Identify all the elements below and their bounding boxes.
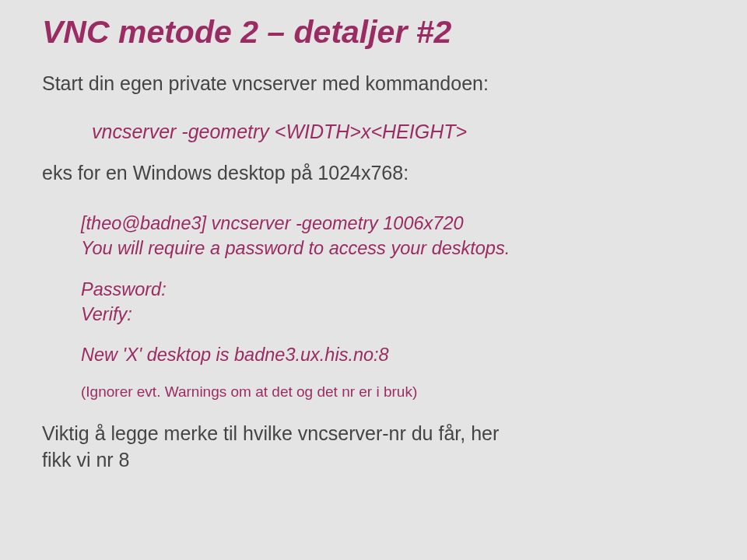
terminal-line: Verify:	[81, 302, 708, 327]
terminal-line: You will require a password to access yo…	[81, 236, 708, 261]
slide: VNC metode 2 – detaljer #2 Start din ege…	[0, 0, 747, 560]
terminal-line: [theo@badne3] vncserver -geometry 1006x7…	[81, 211, 708, 236]
terminal-block-2: Password: Verify:	[42, 277, 708, 327]
note-text: (Ignorer evt. Warnings om at det og det …	[42, 383, 708, 401]
page-title: VNC metode 2 – detaljer #2	[42, 14, 708, 51]
terminal-block-1: [theo@badne3] vncserver -geometry 1006x7…	[42, 211, 708, 261]
intro-text: Start din egen private vncserver med kom…	[42, 71, 708, 97]
terminal-line: Password:	[81, 277, 708, 302]
footer-line: Viktig å legge merke til hvilke vncserve…	[42, 422, 499, 444]
example-label: eks for en Windows desktop på 1024x768:	[42, 162, 708, 184]
terminal-line: New 'X' desktop is badne3.ux.his.no:8	[81, 342, 708, 367]
terminal-block-3: New 'X' desktop is badne3.ux.his.no:8	[42, 342, 708, 367]
footer-line: fikk vi nr 8	[42, 449, 130, 471]
footer-text: Viktig å legge merke til hvilke vncserve…	[42, 421, 708, 474]
command-text: vncserver -geometry <WIDTH>x<HEIGHT>	[42, 121, 708, 143]
